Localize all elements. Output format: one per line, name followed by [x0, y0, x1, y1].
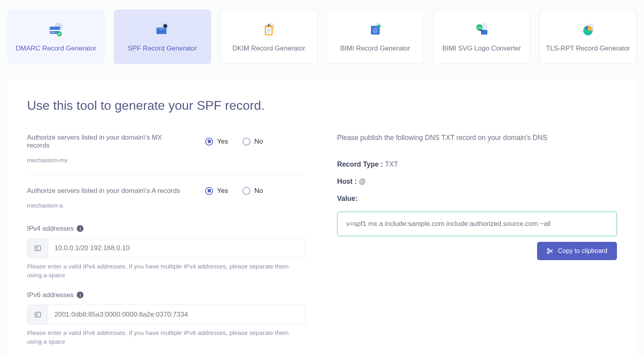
- host-row: Host : @: [337, 177, 617, 186]
- a-block: Authorize servers listed in your domain\…: [27, 187, 305, 219]
- record-type-row: Record Type : TXT: [337, 160, 617, 169]
- ipv4-help: Please enter a valid IPv4 addresses. If …: [27, 262, 289, 280]
- tab-dmarc[interactable]: DMARC Record Generator: [7, 10, 105, 64]
- dkim-icon: [260, 21, 277, 39]
- svg-rect-11: [268, 24, 270, 26]
- tab-dkim[interactable]: DKIM Record Generator: [220, 10, 318, 64]
- tab-label: BIMI SVG Logo Converter: [442, 44, 521, 53]
- form-column: Authorize servers listed in your domain\…: [27, 134, 305, 354]
- tab-label: DKIM Record Generator: [233, 44, 305, 53]
- address-card-icon: [27, 305, 48, 324]
- ipv6-input[interactable]: [48, 305, 305, 324]
- ipv4-block: IPv4 addresses i Please enter a valid IP…: [27, 225, 305, 280]
- ipv4-label: IPv4 addresses: [27, 225, 74, 233]
- tab-spf[interactable]: SPF Record Generator: [114, 10, 211, 64]
- ipv6-block: IPv6 addresses i Please enter a valid IP…: [27, 291, 305, 346]
- info-icon[interactable]: i: [77, 292, 83, 298]
- bimi-icon: [367, 21, 384, 39]
- spf-icon: [154, 21, 171, 39]
- svg-point-27: [547, 249, 549, 250]
- tab-label: TLS-RPT Record Generator: [546, 44, 630, 53]
- mx-block: Authorize servers listed in your domain\…: [27, 134, 305, 174]
- tab-bimi-svg[interactable]: SVG BIMI SVG Logo Converter: [433, 10, 531, 64]
- copy-to-clipboard-button[interactable]: Copy to clipboard: [537, 242, 617, 260]
- ipv6-help: Please enter a valid IPv6 addresses. If …: [27, 329, 289, 346]
- ipv4-input[interactable]: [48, 239, 305, 258]
- svg-rect-14: [267, 32, 269, 33]
- bimisvg-icon: SVG: [473, 21, 491, 39]
- mx-radio-group: Yes No: [205, 138, 263, 146]
- svg-point-7: [163, 24, 167, 28]
- tlsrpt-icon: [579, 21, 597, 39]
- tab-tlsrpt[interactable]: TLS-RPT Record Generator: [539, 10, 637, 64]
- scissors-icon: [547, 248, 553, 254]
- tab-label: BIMI Record Generator: [340, 44, 410, 53]
- tool-tabs: DMARC Record Generator SPF Record Genera…: [0, 0, 644, 69]
- svg-point-17: [377, 25, 380, 28]
- dmarc-icon: [47, 21, 65, 39]
- a-yes-radio[interactable]: Yes: [205, 187, 228, 195]
- mx-question: Authorize servers listed in your domain\…: [27, 134, 186, 150]
- tab-label: DMARC Record Generator: [16, 44, 96, 53]
- main-panel: Use this tool to generate your SPF recor…: [7, 79, 637, 354]
- tab-bimi[interactable]: BIMI Record Generator: [326, 10, 424, 64]
- output-column: Please publish the following DNS TXT rec…: [337, 134, 617, 354]
- mx-no-radio[interactable]: No: [242, 138, 263, 146]
- a-radio-group: Yes No: [205, 187, 263, 195]
- tab-label: SPF Record Generator: [128, 44, 197, 53]
- info-icon[interactable]: i: [77, 225, 83, 232]
- svg-rect-13: [267, 31, 271, 31]
- svg-point-24: [36, 247, 38, 249]
- svg-rect-12: [267, 29, 271, 30]
- svg-rect-2: [50, 30, 60, 31]
- mx-yes-radio[interactable]: Yes: [205, 138, 228, 146]
- mx-mechanism: mechanism-mx: [27, 157, 305, 163]
- publish-note: Please publish the following DNS TXT rec…: [337, 134, 617, 142]
- a-mechanism: mechanism-a: [27, 202, 305, 209]
- address-card-icon: [27, 239, 48, 258]
- svg-text:SVG: SVG: [477, 27, 482, 29]
- svg-rect-3: [50, 32, 55, 33]
- svg-rect-23: [35, 246, 41, 251]
- spf-value-box[interactable]: v=spf1 mx a include:sample.com include:a…: [337, 212, 617, 236]
- a-question: Authorize servers listed in your domain\…: [27, 187, 186, 195]
- ipv6-label: IPv6 addresses: [27, 291, 74, 299]
- a-no-radio[interactable]: No: [242, 187, 263, 195]
- svg-point-28: [547, 252, 549, 253]
- svg-rect-25: [35, 312, 41, 317]
- value-label-row: Value:: [337, 195, 617, 203]
- svg-point-26: [36, 313, 38, 315]
- page-title: Use this tool to generate your SPF recor…: [27, 98, 617, 113]
